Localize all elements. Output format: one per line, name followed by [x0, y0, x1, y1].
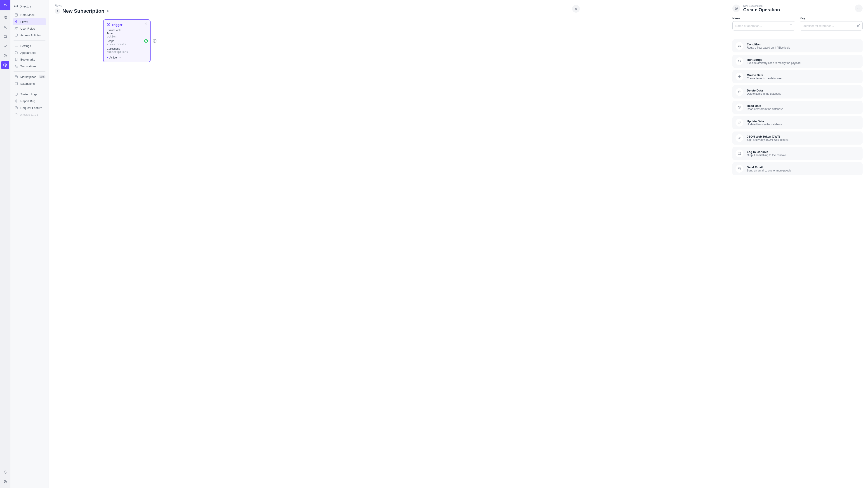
- op-title: Run Script: [747, 58, 860, 61]
- svg-point-6: [5, 65, 6, 66]
- rabbit-icon: [14, 112, 18, 117]
- key-icon: [736, 134, 743, 142]
- sidebar-item-marketplace[interactable]: MarketplaceBeta: [13, 73, 46, 80]
- rail-account-icon[interactable]: [1, 478, 9, 486]
- svg-point-15: [16, 100, 17, 102]
- svg-rect-1: [5, 16, 6, 18]
- bolt-icon: [14, 20, 18, 24]
- brand-text: Directus: [20, 4, 31, 8]
- sidebar-item-report-bug[interactable]: Report Bug: [13, 98, 46, 104]
- op-jwt[interactable]: JSON Web Token (JWT)Sign and verify JSON…: [733, 131, 863, 144]
- svg-point-16: [15, 106, 18, 109]
- svg-rect-0: [4, 16, 5, 18]
- sidebar-item-label: Appearance: [20, 51, 36, 55]
- svg-rect-3: [5, 18, 6, 19]
- key-icon[interactable]: [857, 24, 860, 28]
- rail-collections-icon[interactable]: [1, 13, 9, 22]
- mail-icon: [736, 165, 743, 173]
- op-desc: Delete items in the database: [747, 92, 860, 95]
- op-title: Send Email: [747, 166, 860, 169]
- chevron-down-icon[interactable]: [118, 55, 122, 60]
- sidebar-item-request-feature[interactable]: Request Feature: [13, 104, 46, 111]
- logo-icon[interactable]: [0, 0, 10, 10]
- drawer-badge-icon: [733, 4, 740, 12]
- key-field-label: Key: [800, 17, 863, 20]
- svg-point-4: [4, 26, 6, 27]
- key-input[interactable]: [800, 21, 863, 31]
- op-title: Log to Console: [747, 150, 860, 154]
- add-operation-button[interactable]: +: [153, 39, 156, 43]
- confirm-button[interactable]: [855, 4, 863, 12]
- rail-docs-icon[interactable]: [1, 52, 9, 60]
- svg-point-12: [15, 51, 18, 54]
- sidebar-item-settings[interactable]: Settings: [13, 42, 46, 49]
- edit-trigger-button[interactable]: [144, 22, 148, 27]
- sidebar-item-user-roles[interactable]: User Roles: [13, 25, 46, 32]
- sidebar-item-system-logs[interactable]: System Logs: [13, 91, 46, 98]
- operation-type-list: ConditionRoute a flow based on If / Else…: [727, 39, 868, 181]
- sidebar-item-appearance[interactable]: Appearance: [13, 49, 46, 56]
- sidebar-item-bookmarks[interactable]: Bookmarks: [13, 56, 46, 63]
- sidebar-item-label: Data Model: [20, 13, 35, 17]
- rail-insights-icon[interactable]: [1, 42, 9, 50]
- op-read-data[interactable]: Read DataRead items from the database: [733, 101, 863, 114]
- op-desc: Send an email to one or more people: [747, 169, 860, 172]
- sidebar-item-label: Request Feature: [20, 106, 42, 109]
- back-button[interactable]: [55, 8, 60, 14]
- op-log-console[interactable]: Log to ConsoleOutput something to the co…: [733, 147, 863, 160]
- sliders-icon: [14, 44, 18, 48]
- sidebar-item-access-policies[interactable]: Access Policies: [13, 32, 46, 39]
- op-title: Create Data: [747, 73, 860, 77]
- brand-label: Directus: [13, 3, 46, 11]
- trigger-field-value: subscriptions: [107, 51, 147, 54]
- svg-point-11: [17, 27, 18, 28]
- plus-circle-icon: [107, 23, 110, 27]
- monitor-icon: [14, 92, 18, 96]
- sidebar-item-translations[interactable]: Translations: [13, 63, 46, 70]
- sidebar-item-label: Settings: [20, 44, 31, 48]
- rail-settings-icon[interactable]: [1, 61, 9, 69]
- trigger-field-sublabel: Type: [107, 32, 147, 35]
- op-create-data[interactable]: Create DataCreate items in the database: [733, 70, 863, 83]
- text-format-icon[interactable]: [789, 24, 793, 28]
- success-port-icon[interactable]: ✓: [144, 39, 148, 43]
- op-update-data[interactable]: Update DataUpdate items in the database: [733, 116, 863, 129]
- store-icon: [14, 75, 18, 78]
- cloud-icon: [14, 4, 18, 8]
- op-run-script[interactable]: Run ScriptExecute arbitrary code to modi…: [733, 55, 863, 68]
- page-title: New Subscription: [62, 8, 104, 14]
- shield-icon: [14, 33, 18, 37]
- icon-rail: [0, 0, 10, 488]
- sidebar-item-flows[interactable]: Flows: [13, 18, 46, 25]
- beta-badge: Beta: [39, 75, 46, 78]
- condition-icon: [736, 42, 743, 50]
- sidebar-item-extensions[interactable]: Extensions: [13, 80, 46, 87]
- code-icon: [736, 57, 743, 65]
- op-delete-data[interactable]: Delete DataDelete items in the database: [733, 86, 863, 98]
- op-condition[interactable]: ConditionRoute a flow based on If / Else…: [733, 39, 863, 53]
- trigger-node[interactable]: Trigger Event Hook Type action Scope ite…: [103, 20, 151, 62]
- bug-icon: [14, 99, 18, 103]
- pencil-icon: [736, 119, 743, 127]
- bookmark-icon: [14, 58, 18, 61]
- op-title: Read Data: [747, 104, 860, 107]
- eye-icon: [736, 103, 743, 111]
- svg-rect-14: [15, 93, 18, 95]
- users-icon: [14, 27, 18, 30]
- name-input[interactable]: [733, 21, 795, 31]
- puzzle-icon: [14, 82, 18, 86]
- database-icon: [14, 13, 18, 17]
- op-send-email[interactable]: Send EmailSend an email to one or more p…: [733, 162, 863, 175]
- trigger-status: Active: [110, 56, 117, 59]
- rail-files-icon[interactable]: [1, 33, 9, 41]
- rail-users-icon[interactable]: [1, 23, 9, 31]
- breadcrumb[interactable]: Flows: [49, 0, 727, 7]
- translate-icon: [14, 64, 18, 68]
- version-label: Directus 11.1.1: [13, 111, 46, 118]
- svg-rect-13: [15, 83, 18, 85]
- rail-notifications-icon[interactable]: [1, 468, 9, 476]
- op-title: Update Data: [747, 120, 860, 123]
- sidebar-item-data-model[interactable]: Data Model: [13, 11, 46, 18]
- close-drawer-button[interactable]: [572, 5, 580, 13]
- sidebar-item-label: User Roles: [20, 27, 35, 30]
